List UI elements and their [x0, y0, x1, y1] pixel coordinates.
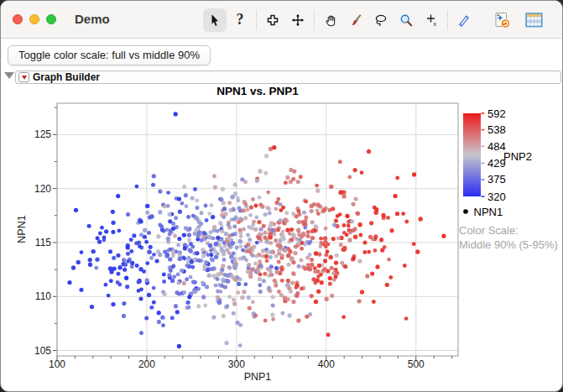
red-triangle-icon	[22, 76, 27, 80]
toolbar-separator	[314, 10, 315, 30]
data-table-icon[interactable]	[519, 8, 549, 32]
app-window: Demo ?	[0, 0, 563, 392]
window-title: Demo	[75, 12, 110, 26]
close-window-icon[interactable]	[13, 14, 23, 24]
svg-text:105: 105	[34, 345, 51, 357]
brush-tool-icon[interactable]	[344, 8, 368, 32]
svg-text:120: 120	[34, 183, 51, 195]
toggle-color-scale-button[interactable]: Toggle color scale: full vs middle 90%	[8, 45, 211, 65]
svg-text:300: 300	[228, 358, 245, 370]
svg-text:538: 538	[487, 123, 506, 136]
color-scale-note-line1: Color Scale:	[459, 224, 519, 237]
color-gradient-legend-bar[interactable]	[463, 113, 481, 196]
svg-text:500: 500	[408, 358, 425, 370]
traffic-lights	[13, 14, 56, 24]
crosshair-tool-icon[interactable]: x	[420, 8, 443, 32]
graph-svg[interactable]: NPN1 vs. PNP1 10020030040050010511011512…	[1, 85, 563, 392]
svg-text:592: 592	[487, 107, 506, 120]
svg-text:320: 320	[487, 191, 506, 203]
annotate-tool-icon[interactable]	[452, 8, 476, 32]
svg-text:100: 100	[49, 358, 65, 370]
svg-text:400: 400	[318, 358, 335, 370]
selection-tool-icon[interactable]	[261, 8, 284, 32]
titlebar: Demo ?	[1, 1, 562, 39]
chart-title: NPN1 vs. PNP1	[216, 85, 299, 97]
help-tool-icon[interactable]: ?	[228, 8, 252, 32]
move-tool-icon[interactable]	[286, 8, 310, 32]
toolbar-separator	[256, 10, 257, 30]
series-legend-marker-icon	[463, 209, 468, 214]
color-legend-ticks: 592538484429375320	[482, 107, 506, 203]
x-axis-label: PNP1	[244, 371, 272, 383]
minimize-window-icon[interactable]	[29, 14, 39, 24]
svg-text:200: 200	[138, 358, 155, 370]
zoom-window-icon[interactable]	[46, 14, 56, 24]
pointer-tool-icon[interactable]	[203, 8, 227, 32]
report-header-bar: Graph Builder	[15, 71, 561, 84]
svg-text:110: 110	[35, 290, 51, 302]
svg-text:115: 115	[35, 237, 51, 248]
disclosure-triangle-icon[interactable]	[4, 72, 14, 79]
toolbar-separator	[447, 10, 448, 30]
color-scale-note-line2: Middle 90% (5-95%)	[459, 238, 558, 251]
grabber-hand-tool-icon[interactable]	[319, 8, 342, 32]
series-legend-label: NPN1	[474, 206, 503, 218]
color-legend-title: PNP2	[503, 150, 532, 163]
rerun-script-icon[interactable]	[487, 8, 517, 32]
red-triangle-menu-button[interactable]	[18, 72, 29, 82]
svg-text:125: 125	[34, 128, 51, 140]
lasso-tool-icon[interactable]	[369, 8, 393, 32]
svg-text:x: x	[434, 20, 437, 26]
magnifier-tool-icon[interactable]	[394, 8, 418, 32]
svg-text:375: 375	[487, 173, 506, 186]
y-axis-label: NPN1	[16, 215, 28, 243]
toolbar: ? x	[202, 1, 563, 39]
report-title: Graph Builder	[33, 71, 100, 83]
